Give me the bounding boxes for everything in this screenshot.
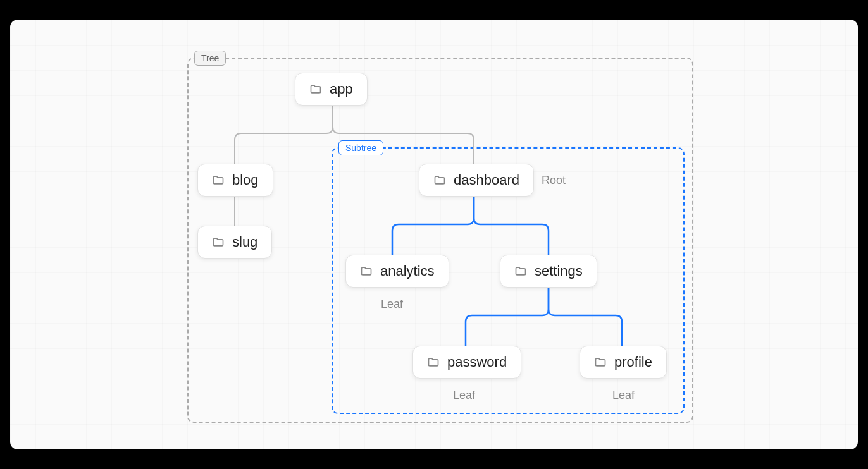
folder-icon [309, 83, 322, 95]
folder-icon [514, 265, 527, 277]
node-label: app [330, 81, 353, 97]
diagram-canvas: Tree Subtree app blog slug dashboard a [10, 20, 858, 449]
annotation-root: Root [542, 174, 566, 187]
subtree-label: Subtree [338, 140, 383, 155]
node-label: analytics [380, 263, 435, 279]
node-label: dashboard [454, 172, 519, 188]
node-analytics: analytics [345, 255, 449, 288]
folder-icon [594, 356, 607, 368]
folder-icon [427, 356, 440, 368]
node-label: settings [535, 263, 583, 279]
node-blog: blog [197, 164, 273, 197]
node-label: password [447, 354, 507, 370]
node-app: app [295, 73, 368, 106]
folder-icon [212, 236, 225, 248]
annotation-leaf-profile: Leaf [612, 389, 635, 402]
tree-label: Tree [194, 51, 226, 66]
node-password: password [412, 346, 521, 379]
annotation-leaf-analytics: Leaf [381, 298, 403, 311]
node-label: slug [232, 234, 257, 250]
node-dashboard: dashboard [419, 164, 534, 197]
folder-icon [360, 265, 373, 277]
node-slug: slug [197, 226, 272, 259]
node-profile: profile [580, 346, 667, 379]
node-label: blog [232, 172, 259, 188]
node-settings: settings [500, 255, 597, 288]
folder-icon [433, 174, 446, 186]
node-label: profile [614, 354, 652, 370]
folder-icon [212, 174, 225, 186]
annotation-leaf-password: Leaf [453, 389, 475, 402]
